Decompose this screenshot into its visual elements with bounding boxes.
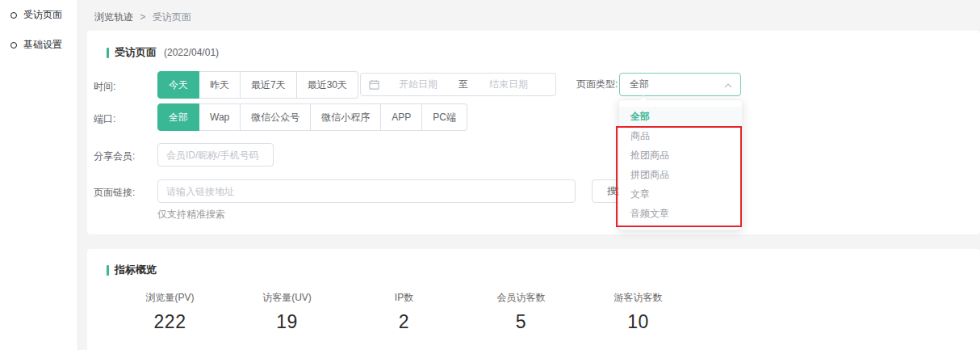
time-option-last7days[interactable]: 最近7天 <box>241 71 297 99</box>
breadcrumb-separator: > <box>140 11 145 23</box>
stat-value: 19 <box>228 311 346 333</box>
port-option-pc[interactable]: PC端 <box>422 103 467 131</box>
stat-value: 222 <box>111 311 228 333</box>
port-option-app[interactable]: APP <box>381 103 422 131</box>
breadcrumb-current: 受访页面 <box>153 11 191 23</box>
time-option-last30days[interactable]: 最近30天 <box>297 71 358 99</box>
filter-card-title-date: (2022/04/01) <box>164 47 219 58</box>
time-label: 时间: <box>94 80 152 94</box>
metrics-card: 指标概览 浏览量(PV) 222 访客量(UV) 19 IP数 2 会员访客数 … <box>87 249 980 350</box>
end-date-placeholder[interactable]: 结束日期 <box>470 78 547 91</box>
sidebar-item-basic-settings[interactable]: 基础设置 <box>0 30 77 60</box>
dropdown-item-audio-article[interactable]: 音频文章 <box>619 204 742 223</box>
port-option-wap[interactable]: Wap <box>199 103 241 131</box>
page-type-selected-value: 全部 <box>630 78 649 91</box>
stat-label: 浏览量(PV) <box>111 291 228 305</box>
time-option-today[interactable]: 今天 <box>157 71 199 99</box>
page-link-input[interactable] <box>157 179 576 203</box>
port-option-all[interactable]: 全部 <box>157 103 199 131</box>
filter-card: 受访页面 (2022/04/01) 时间: 今天 昨天 最近7天 最近30天 开… <box>87 31 980 234</box>
calendar-icon <box>369 79 379 90</box>
search-hint: 仅支持精准搜索 <box>157 208 225 221</box>
breadcrumb: 浏览轨迹 > 受访页面 <box>94 11 191 24</box>
stat-value: 2 <box>346 311 463 333</box>
share-member-input[interactable] <box>157 143 274 167</box>
stat-pv: 浏览量(PV) 222 <box>111 291 228 333</box>
stat-value: 10 <box>580 311 697 333</box>
share-member-label: 分享会员: <box>94 150 152 163</box>
page-type-label: 页面类型: <box>576 73 618 96</box>
stat-label: 访客量(UV) <box>228 291 346 305</box>
dropdown-item-product[interactable]: 商品 <box>619 126 742 145</box>
dropdown-item-article[interactable]: 文章 <box>619 184 742 204</box>
stat-guest-visitors: 游客访客数 10 <box>580 291 697 333</box>
port-option-wechat-official[interactable]: 微信公众号 <box>241 103 311 131</box>
sidebar-item-label: 受访页面 <box>23 8 62 22</box>
title-accent-bar <box>107 265 109 276</box>
sidebar: 受访页面 基础设置 <box>0 0 78 350</box>
stats-row: 浏览量(PV) 222 访客量(UV) 19 IP数 2 会员访客数 5 游客访… <box>111 291 697 333</box>
port-button-group: 全部 Wap 微信公众号 微信小程序 APP PC端 <box>157 103 467 131</box>
chevron-up-icon <box>724 79 732 91</box>
metrics-card-title-text: 指标概览 <box>115 263 157 277</box>
port-option-wechat-miniprogram[interactable]: 微信小程序 <box>311 103 381 131</box>
title-accent-bar <box>107 48 109 58</box>
dropdown-item-flash-group-product[interactable]: 抢团商品 <box>619 145 742 165</box>
stat-label: 会员访客数 <box>463 291 580 305</box>
port-label: 端口: <box>94 112 152 126</box>
circle-icon <box>10 42 17 48</box>
stat-member-visitors: 会员访客数 5 <box>463 291 580 333</box>
filter-card-title-text: 受访页面 <box>115 45 157 60</box>
page-type-select[interactable]: 全部 <box>619 73 741 96</box>
stat-label: 游客访客数 <box>580 291 697 305</box>
stat-ip: IP数 2 <box>346 291 463 333</box>
dropdown-item-group-product[interactable]: 拼团商品 <box>619 165 742 184</box>
date-range-picker[interactable]: 开始日期 至 结束日期 <box>360 73 556 96</box>
sidebar-item-label: 基础设置 <box>23 38 62 52</box>
time-button-group: 今天 昨天 最近7天 最近30天 <box>157 71 358 99</box>
page-type-dropdown: 全部 商品 抢团商品 拼团商品 文章 音频文章 <box>618 99 743 230</box>
time-option-yesterday[interactable]: 昨天 <box>199 71 241 99</box>
stat-uv: 访客量(UV) 19 <box>228 291 346 333</box>
metrics-card-title: 指标概览 <box>107 263 157 277</box>
sidebar-item-visited-pages[interactable]: 受访页面 <box>0 0 77 30</box>
breadcrumb-root[interactable]: 浏览轨迹 <box>94 11 133 23</box>
filter-card-title: 受访页面 (2022/04/01) <box>107 45 219 60</box>
circle-icon <box>10 12 17 19</box>
page-link-label: 页面链接: <box>94 186 152 200</box>
dropdown-item-all[interactable]: 全部 <box>619 107 742 126</box>
stat-label: IP数 <box>346 291 463 305</box>
start-date-placeholder[interactable]: 开始日期 <box>379 78 457 91</box>
date-range-separator: 至 <box>457 78 470 91</box>
stat-value: 5 <box>463 311 580 333</box>
